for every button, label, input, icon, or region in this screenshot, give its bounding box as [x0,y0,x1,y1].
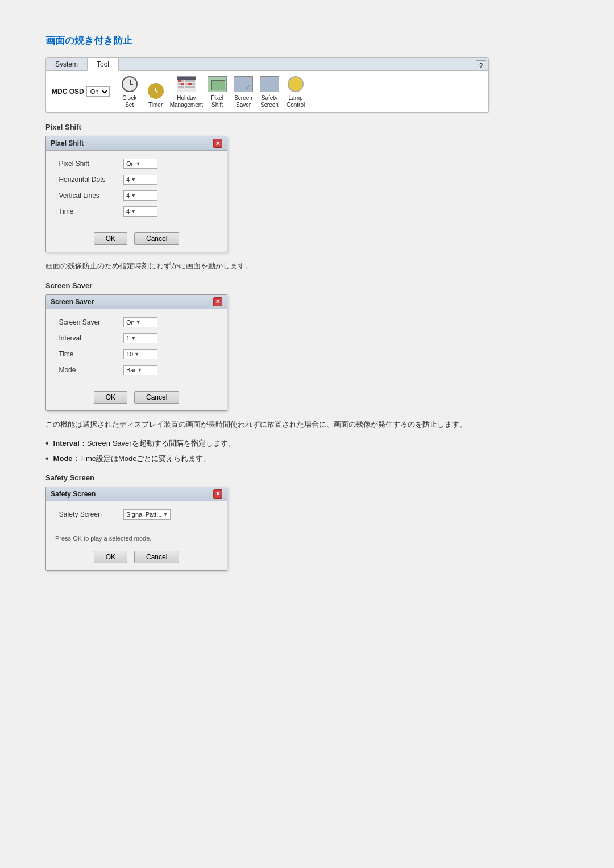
bullet-text-0: Interval：Screen Saverを起動する間隔を指定します。 [53,438,569,449]
toolbar-body: MDC OSD On Off ClockSet [46,71,488,112]
bullet-dot-0: • [45,438,49,449]
toolbar-icon-clock-set[interactable]: ClockSet [118,74,142,109]
screen-saver-row-1-label: Interval [55,334,123,342]
holiday-icon [177,76,196,92]
screen-saver-row-2-select[interactable]: 10 ▼ [123,349,157,359]
safety-screen-cancel-button[interactable]: Cancel [134,551,179,563]
pixel-shift-ok-button[interactable]: OK [94,232,127,245]
pixel-shift-row-0-select[interactable]: On ▼ [123,159,157,169]
clock-icon [122,76,138,92]
page-title: 画面の焼き付き防止 [45,34,569,47]
bullet-text-1: Mode：Time設定はModeごとに変えられます。 [53,453,569,464]
screen-saver-dialog-body: Screen Saver On ▼ Interval 1 ▼ Time 10 ▼… [46,309,227,387]
pixel-shift-dialog-footer: OK Cancel [46,228,227,252]
safety-screen-note: Press OK to play a selected mode. [46,531,227,546]
toolbar-tabs: System Tool ? [46,58,488,71]
toolbar-icon-pixel-shift[interactable]: PixelShift [205,74,229,109]
screen-saver-row-1-arrow: ▼ [131,335,136,341]
screen-saver-row-1-value: 1 [126,335,130,342]
pixel-shift-row-2-label: Vertical Lines [55,192,123,200]
pixel-shift-dialog-title: Pixel Shift [51,139,84,147]
pixel-shift-row-3-select[interactable]: 4 ▼ [123,206,157,217]
safety-screen-row-0-label: Safety Screen [55,510,123,518]
bullet-dot-1: • [45,453,49,464]
safety-screen-section-header: Safety Screen [45,474,569,482]
safety-screen-row-0-arrow: ▼ [163,512,168,517]
pixel-shift-row-1-select[interactable]: 4 ▼ [123,175,157,185]
screen-saver-row-1-select[interactable]: 1 ▼ [123,333,157,343]
safety-screen-row-0-select[interactable]: Signal Patt... ▼ [123,509,171,520]
pixel-shift-row-2-select[interactable]: 4 ▼ [123,190,157,201]
pixel-shift-section-header: Pixel Shift [45,123,569,131]
screen-saver-row-0-arrow: ▼ [136,319,141,325]
holiday-label: HolidayManagement [170,95,203,109]
tab-system[interactable]: System [46,58,88,70]
bullet-item-mode: • Mode：Time設定はModeごとに変えられます。 [45,453,569,464]
safety-screen-row-0: Safety Screen Signal Patt... ▼ [55,509,218,520]
screen-saver-dialog: Screen Saver ✕ Screen Saver On ▼ Interva… [45,294,227,411]
timer-icon-img [146,81,166,101]
mdc-osd-control: MDC OSD On Off [52,86,110,97]
screen-saver-row-1: Interval 1 ▼ [55,333,218,343]
screen-saver-icon-img [233,74,254,94]
lamp-control-label: LampControl [287,95,305,109]
safety-screen-dialog-body: Safety Screen Signal Patt... ▼ [46,501,227,531]
safety-screen-label: SafetyScreen [260,95,279,109]
mdc-osd-label: MDC OSD [52,88,84,95]
pixel-shift-description: 画面の残像防止のため指定時刻にわずかに画面を動かします。 [45,260,569,272]
safety-screen-icon-img [259,74,280,94]
screen-saver-row-3-arrow: ▼ [137,367,142,373]
screen-saver-row-3-select[interactable]: Bar ▼ [123,365,157,375]
screen-saver-row-2-label: Time [55,350,123,358]
screen-saver-ok-button[interactable]: OK [94,391,127,404]
safety-screen-dialog: Safety Screen ✕ Safety Screen Signal Pat… [45,487,227,571]
screen-saver-icon [234,76,253,92]
screen-saver-label: ScreenSaver [234,95,252,109]
pixel-shift-row-3-value: 4 [126,208,130,215]
pixel-shift-row-0-value: On [126,160,135,167]
help-button[interactable]: ? [476,60,486,70]
screen-saver-row-0-label: Screen Saver [55,318,123,326]
toolbar-icon-screen-saver[interactable]: ScreenSaver [231,74,255,109]
pixel-shift-close-button[interactable]: ✕ [213,139,222,148]
pixel-shift-cancel-button[interactable]: Cancel [134,232,179,245]
clock-set-icon-img [119,74,140,94]
lamp-control-icon [288,76,304,92]
screen-saver-row-3: Mode Bar ▼ [55,365,218,375]
pixel-shift-row-2-value: 4 [126,192,130,199]
screen-saver-row-3-value: Bar [126,367,136,373]
bullet-bold-0: Interval [53,439,80,447]
toolbar: System Tool ? MDC OSD On Off ClockSet [45,57,489,113]
pixel-shift-row-2: Vertical Lines 4 ▼ [55,190,218,201]
timer-label: Timer [148,102,163,109]
safety-screen-close-button[interactable]: ✕ [213,489,222,499]
pixel-shift-row-3-arrow: ▼ [131,209,136,214]
mdc-osd-select[interactable]: On Off [86,86,110,97]
screen-saver-row-2-value: 10 [126,351,133,358]
screen-saver-row-0-select[interactable]: On ▼ [123,317,157,327]
toolbar-icon-lamp-control[interactable]: LampControl [284,74,308,109]
screen-saver-close-button[interactable]: ✕ [213,297,222,306]
pixel-shift-row-0-label: Pixel Shift [55,160,123,168]
pixel-shift-icon-img [207,74,227,94]
bullet-item-interval: • Interval：Screen Saverを起動する間隔を指定します。 [45,438,569,449]
screen-saver-row-3-label: Mode [55,366,123,374]
screen-saver-row-0-value: On [126,319,135,326]
pixel-shift-row-0-arrow: ▼ [136,161,141,167]
timer-icon [148,83,164,99]
pixel-shift-dialog-title-bar: Pixel Shift ✕ [46,136,227,151]
bullet-bold-1: Mode [53,454,73,463]
svg-line-1 [156,91,158,92]
pixel-shift-dialog-body: Pixel Shift On ▼ Horizontal Dots 4 ▼ Ver… [46,151,227,228]
toolbar-icon-timer[interactable]: Timer [144,81,168,109]
toolbar-icon-safety-screen[interactable]: SafetyScreen [258,74,281,109]
tab-tool[interactable]: Tool [88,58,119,71]
toolbar-icon-holiday[interactable]: HolidayManagement [170,74,203,109]
safety-screen-dialog-footer: OK Cancel [46,546,227,570]
screen-saver-row-0: Screen Saver On ▼ [55,317,218,327]
safety-screen-ok-button[interactable]: OK [94,551,127,563]
screen-saver-cancel-button[interactable]: Cancel [134,391,179,404]
screen-saver-row-2: Time 10 ▼ [55,349,218,359]
pixel-shift-row-3-label: Time [55,207,123,215]
lamp-control-icon-img [285,74,306,94]
